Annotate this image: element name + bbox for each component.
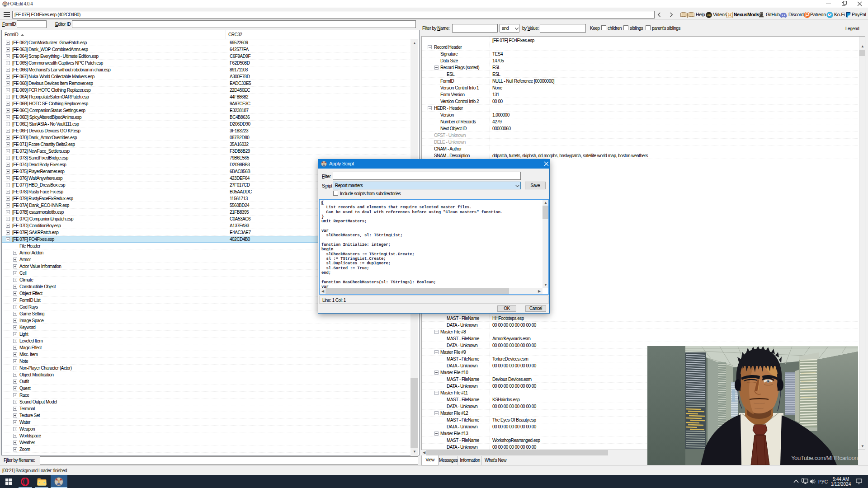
svg-text:GP: GP xyxy=(707,14,711,17)
svg-text:YouTube.com/MHRcartoon: YouTube.com/MHRcartoon xyxy=(791,455,858,461)
